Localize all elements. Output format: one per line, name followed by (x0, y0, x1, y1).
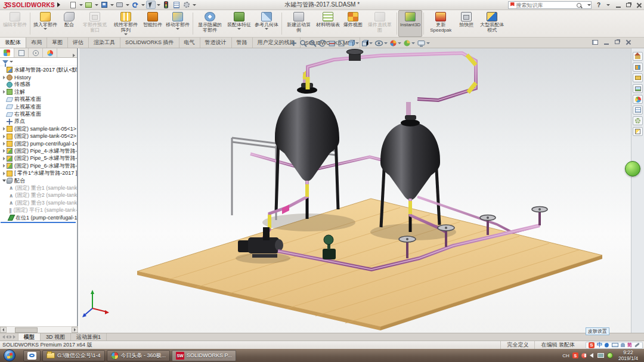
volume-icon[interactable] (590, 353, 593, 358)
display-manager-tab[interactable] (43, 48, 57, 57)
zoom-to-fit-button[interactable] (290, 39, 298, 47)
linear-pattern-button[interactable]: 线性零部件阵列 (110, 10, 141, 37)
tree-item-pipe6[interactable]: (固定) Pipe_6-水罐与管路-2017<1> (0, 162, 77, 169)
select-caret-icon[interactable] (157, 4, 160, 6)
panel-expand-icon[interactable] (73, 54, 75, 57)
forum-button[interactable] (633, 116, 643, 125)
linear-pattern-caret-icon[interactable] (124, 33, 128, 35)
soft-keyboard-icon[interactable] (612, 343, 618, 347)
simplified-traditional-icon[interactable]: 简 (627, 342, 632, 348)
section-view-button[interactable] (328, 39, 336, 47)
tab-3d-views[interactable]: 3D 视图 (41, 333, 71, 341)
zoom-in-out-button[interactable] (309, 39, 317, 47)
tree-item-origin[interactable]: 原点 (0, 118, 77, 125)
tab-scroll-controls[interactable] (0, 333, 18, 341)
tree-root-assembly[interactable]: 水罐与管路-2017 (默认<默认_显示状态 (0, 66, 77, 73)
show-hidden-components-button[interactable]: 显示隐藏的零部件 (194, 10, 225, 37)
move-component-caret-icon[interactable] (176, 28, 179, 30)
full-half-width-icon[interactable] (605, 343, 609, 348)
open-caret-icon[interactable] (95, 4, 98, 6)
tab-layout[interactable]: 布局 (26, 38, 47, 48)
scroll-left-icon[interactable] (0, 327, 7, 333)
network-icon[interactable] (597, 353, 604, 358)
options-button[interactable] (182, 1, 191, 9)
sogou-icon[interactable]: S (589, 342, 595, 348)
tree-item-right-plane[interactable]: 右视基准面 (0, 110, 77, 117)
tree-item-pump[interactable]: (固定) pump-centrifugal-1<1> (D (0, 140, 77, 147)
undo-button[interactable] (131, 1, 140, 9)
display-style-button[interactable] (361, 39, 373, 47)
doc-close-icon[interactable] (626, 39, 631, 45)
print-button[interactable] (115, 1, 125, 9)
tree-horizontal-scrollbar[interactable] (0, 326, 78, 333)
taskbar-browser-button[interactable]: 今日头条 - 360极... (107, 350, 171, 361)
view-palette-button[interactable] (633, 84, 643, 93)
file-properties-button[interactable] (172, 1, 181, 9)
view-orientation-button[interactable] (347, 39, 359, 47)
rebuild-button[interactable] (162, 1, 171, 9)
search-icon[interactable] (577, 3, 581, 8)
tab-model[interactable]: 模型 (18, 333, 41, 341)
tree-item-history[interactable]: History (0, 73, 77, 81)
new-caret-icon[interactable] (79, 4, 83, 6)
appearances-button[interactable] (633, 95, 643, 104)
tree-item-annotations[interactable]: 注解 (0, 88, 77, 95)
smart-fasteners-button[interactable]: 智能扣件 (141, 10, 164, 37)
bill-of-materials-button[interactable]: 材料明细表 (314, 10, 342, 37)
tree-item-mate-coincident2[interactable]: ∧(固定) 重合2 (sample-tank-05- (0, 192, 77, 199)
tree-item-top-plane[interactable]: 上视基准面 (0, 103, 77, 110)
custom-properties-button[interactable] (633, 106, 643, 115)
tree-item-pipe5[interactable]: (固定) Pipe_5-水罐与管路-2017<1> (0, 155, 77, 162)
restore-icon[interactable] (626, 3, 631, 7)
tab-tubing[interactable]: 管路 (232, 38, 253, 48)
new-motion-study-button[interactable]: 新建运动算例 (283, 10, 314, 37)
start-button[interactable] (4, 349, 16, 361)
view-settings-button[interactable] (417, 39, 430, 47)
taskbar-clock[interactable]: 9:22 2019/1/4 (616, 349, 643, 361)
large-assembly-mode-button[interactable]: 大型装配体模式 (476, 10, 507, 37)
tab-assembly[interactable]: 装配体 (0, 38, 26, 48)
assembly-features-button[interactable]: 装配体特征 (225, 10, 253, 37)
rollback-bar[interactable] (1, 222, 76, 223)
menu-flyout-icon[interactable] (57, 2, 60, 7)
save-button[interactable] (100, 1, 109, 9)
tray-360-safe-icon[interactable] (607, 352, 613, 358)
exploded-view-button[interactable]: 爆炸视图 (342, 10, 364, 37)
previous-view-button[interactable] (318, 39, 326, 47)
tree-item-pipe4[interactable]: (固定) Pipe_4-水罐与管路-2017<1> (0, 147, 77, 154)
file-explorer-button[interactable] (633, 73, 643, 82)
update-speedpak-button[interactable]: 更新 Speedpak (425, 10, 456, 37)
pane-layout-icon[interactable] (592, 40, 598, 45)
options-caret-icon[interactable] (193, 4, 196, 6)
doc-restore-icon[interactable] (615, 40, 620, 44)
design-library-button[interactable] (633, 63, 643, 72)
scroll-right-icon[interactable] (72, 327, 78, 333)
tab-sketch[interactable]: 草图 (47, 38, 68, 48)
tray-sogou-icon[interactable]: S (572, 352, 578, 358)
help-caret-icon[interactable] (606, 4, 610, 6)
tab-piping[interactable]: 管道设计 (200, 38, 232, 48)
property-manager-tab[interactable] (14, 48, 29, 57)
ime-account-icon[interactable] (621, 343, 625, 347)
floating-badge-icon[interactable] (625, 161, 640, 177)
ime-settings-wrench-icon[interactable] (634, 342, 640, 347)
tree-item-front-plane[interactable]: 前视基准面 (0, 96, 77, 103)
close-icon[interactable] (636, 2, 642, 8)
save-caret-icon[interactable] (110, 4, 114, 6)
tab-solidworks-addins[interactable]: SOLIDWORKS 插件 (120, 38, 179, 48)
hide-show-items-button[interactable] (374, 39, 388, 47)
take-snapshot-button[interactable]: 拍快照 (456, 10, 476, 37)
tab-motion-study-1[interactable]: 运动算例1 (71, 333, 107, 341)
scrollbar-thumb[interactable] (15, 327, 38, 333)
ime-language-toggle[interactable]: 中 (597, 341, 602, 349)
minimize-icon[interactable] (616, 3, 621, 8)
graphics-viewport[interactable] (79, 48, 631, 333)
open-button[interactable] (84, 1, 94, 9)
assembly-features-caret-icon[interactable] (237, 28, 241, 30)
solidworks-resources-button[interactable] (633, 52, 643, 61)
reference-geometry-caret-icon[interactable] (265, 28, 268, 30)
tree-item-mate-coincident3[interactable]: ∧(固定) 重合3 (sample-tank-05- (0, 199, 77, 206)
help-icon[interactable]: ? (597, 2, 600, 8)
instant3d-button[interactable]: Instant3D (398, 10, 422, 37)
tree-item-mate-coincident1[interactable]: ∧(固定) 重合1 (sample-tank-05- (0, 184, 77, 191)
